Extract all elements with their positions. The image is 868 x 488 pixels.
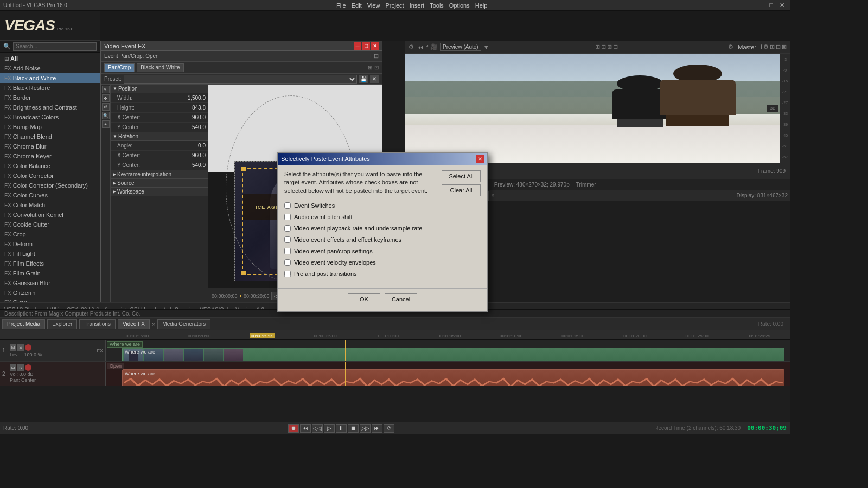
maximize-btn[interactable]: □ <box>767 2 775 9</box>
trimmer-close[interactable]: × <box>491 192 494 198</box>
sidebar-item-black-white[interactable]: FX Black and White <box>0 73 100 83</box>
sidebar-item-color-match[interactable]: FX Color Match <box>0 200 100 210</box>
track-solo-btn[interactable]: S <box>17 344 24 351</box>
transport-play[interactable]: ▷ <box>324 424 335 433</box>
sidebar-item-deform[interactable]: FX Deform <box>0 239 100 249</box>
tab-project-media[interactable]: Project Media <box>2 319 45 329</box>
cancel-btn[interactable]: Cancel <box>385 293 417 305</box>
preset-delete-btn[interactable]: ✕ <box>370 75 379 83</box>
sidebar-item-bumpmap[interactable]: FX Bump Map <box>0 122 100 132</box>
rotation-section[interactable]: ▼ Rotation <box>111 132 208 141</box>
sidebar-item-brightness[interactable]: FX Brightness and Contrast <box>0 102 100 112</box>
menu-project[interactable]: Project <box>385 2 404 9</box>
sidebar-item-fill-light[interactable]: FX Fill Light <box>0 249 100 259</box>
menu-insert[interactable]: Insert <box>410 2 425 9</box>
sidebar-item-cookie-cutter[interactable]: FX Cookie Cutter <box>0 220 100 229</box>
tool-move[interactable]: ✥ <box>102 94 110 102</box>
checkbox-video-effects[interactable] <box>284 236 291 243</box>
select-all-btn[interactable]: Select All <box>442 170 481 182</box>
checkbox-audio-pitch[interactable] <box>284 214 291 220</box>
tool-add[interactable]: + <box>102 120 110 128</box>
sidebar-item-color-balance[interactable]: FX Color Balance <box>0 161 100 171</box>
sidebar-item-add-noise[interactable]: FX Add Noise <box>0 63 100 73</box>
audio-clip-1[interactable]: Where we are <box>122 369 784 386</box>
menu-options[interactable]: Options <box>449 2 470 9</box>
tab-explorer[interactable]: Explorer <box>47 319 77 329</box>
tab-transitions[interactable]: Transitions <box>79 319 116 329</box>
sidebar-item-gaussian-blur[interactable]: FX Gaussian Blur <box>0 278 100 288</box>
transport-to-start[interactable]: ⏮ <box>300 424 311 433</box>
transport-to-end[interactable]: ⏭ <box>372 424 382 433</box>
transport-next-frame[interactable]: ▷▷ <box>360 424 371 433</box>
audio-record-btn[interactable] <box>25 364 31 371</box>
transport-record[interactable]: ⏺ <box>288 424 299 433</box>
sidebar-item-crop[interactable]: FX Crop <box>0 229 100 239</box>
preset-select[interactable] <box>124 75 357 84</box>
tab-media-gen[interactable]: Media Generators <box>157 319 210 329</box>
video-track-body-1[interactable]: Where we are Where we <box>106 340 790 361</box>
search-input[interactable] <box>13 42 97 51</box>
sidebar-item-broadcast[interactable]: FX Broadcast Colors <box>0 112 100 122</box>
transport-pause[interactable]: ⏸ <box>336 424 347 433</box>
sidebar-item-black-restore[interactable]: FX Black Restore <box>0 83 100 93</box>
sidebar-item-channel-blend[interactable]: FX Channel Blend <box>0 132 100 142</box>
ok-btn[interactable]: OK <box>348 293 380 305</box>
checkbox-transitions[interactable] <box>284 271 291 277</box>
vefx-close-btn[interactable]: ✕ <box>371 42 379 50</box>
preview-split-icon[interactable]: ⊟ <box>613 43 618 50</box>
audio-solo-btn[interactable]: S <box>17 364 24 371</box>
preview-dropdown-icon[interactable]: ▼ <box>483 44 489 50</box>
tool-rotate[interactable]: ↺ <box>102 103 110 111</box>
preview-auto-label[interactable]: Preview (Auto) <box>440 43 481 51</box>
video-clip-1[interactable]: Where we are <box>122 348 784 361</box>
sidebar-item-chroma-keyer[interactable]: FX Chroma Keyer <box>0 151 100 161</box>
track-fx-btn[interactable]: FX <box>97 348 103 354</box>
paste-dialog-close-btn[interactable]: ✕ <box>476 155 484 163</box>
menu-tools[interactable]: Tools <box>430 2 444 9</box>
clear-all-btn[interactable]: Clear All <box>442 184 481 196</box>
sidebar-item-border[interactable]: FX Border <box>0 93 100 102</box>
sidebar-item-color-corrector-secondary[interactable]: FX Color Corrector (Secondary) <box>0 181 100 190</box>
vefx-minimize-btn[interactable]: ─ <box>354 42 361 50</box>
tab-pancrop[interactable]: Pan/Crop <box>104 63 135 72</box>
menu-help[interactable]: Help <box>475 2 488 9</box>
sidebar-item-color-curves[interactable]: FX Color Curves <box>0 190 100 200</box>
track-mute-btn[interactable]: M <box>10 344 16 351</box>
transport-stop[interactable]: ⏹ <box>348 424 359 433</box>
checkbox-pan-crop[interactable] <box>284 248 291 254</box>
sidebar-item-glitzerrn[interactable]: FX Glitzerrn <box>0 288 100 298</box>
source-section[interactable]: ▶ Source <box>111 179 208 188</box>
tab-blackwhite[interactable]: Black and White <box>137 63 183 72</box>
position-section[interactable]: ▼ Position <box>111 85 208 93</box>
transport-prev-frame[interactable]: ◁◁ <box>312 424 323 433</box>
audio-mute-btn[interactable]: M <box>10 364 16 371</box>
timeline-ruler[interactable]: 00:00:15:00 00:00:20:00 00:00:29:29 00:0… <box>0 330 790 340</box>
preset-save-btn[interactable]: 💾 <box>359 75 368 83</box>
preview-safe-icon[interactable]: ⊡ <box>601 43 606 50</box>
transport-loop[interactable]: ⟳ <box>384 424 394 433</box>
audio-track-body-2[interactable]: Open Where we are <box>106 362 790 386</box>
sidebar-item-film-effects[interactable]: FX Film Effects <box>0 259 100 268</box>
vefx-maximize-btn[interactable]: □ <box>362 42 370 50</box>
sidebar-item-chroma-blur[interactable]: FX Chroma Blur <box>0 142 100 151</box>
sidebar-item-film-grain[interactable]: FX Film Grain <box>0 268 100 278</box>
checkbox-velocity[interactable] <box>284 259 291 266</box>
preview-grid-icon[interactable]: ⊞ <box>595 43 600 50</box>
tab-video-fx[interactable]: Video FX <box>118 319 150 329</box>
sidebar-item-convolution[interactable]: FX Convolution Kernel <box>0 210 100 220</box>
sidebar-item-all[interactable]: ⊞ All <box>0 54 100 63</box>
tool-select[interactable]: ↖ <box>102 86 110 93</box>
sidebar-item-color-corrector[interactable]: FX Color Corrector <box>0 171 100 181</box>
time-scrubber[interactable] <box>240 295 241 297</box>
minimize-btn[interactable]: ─ <box>757 2 765 9</box>
menu-file[interactable]: File <box>336 2 346 9</box>
workspace-section[interactable]: ▶ Workspace <box>111 188 208 196</box>
preview-overlay-icon[interactable]: ⊠ <box>607 43 612 50</box>
checkbox-event-switches[interactable] <box>284 202 291 209</box>
close-btn[interactable]: ✕ <box>777 2 787 9</box>
video-fx-tab-close[interactable]: × <box>152 321 155 328</box>
menu-view[interactable]: View <box>367 2 380 9</box>
menu-edit[interactable]: Edit <box>352 2 362 9</box>
tool-zoom[interactable]: 🔍 <box>102 112 110 119</box>
preview-to-start-icon[interactable]: ⏮ <box>417 44 423 50</box>
